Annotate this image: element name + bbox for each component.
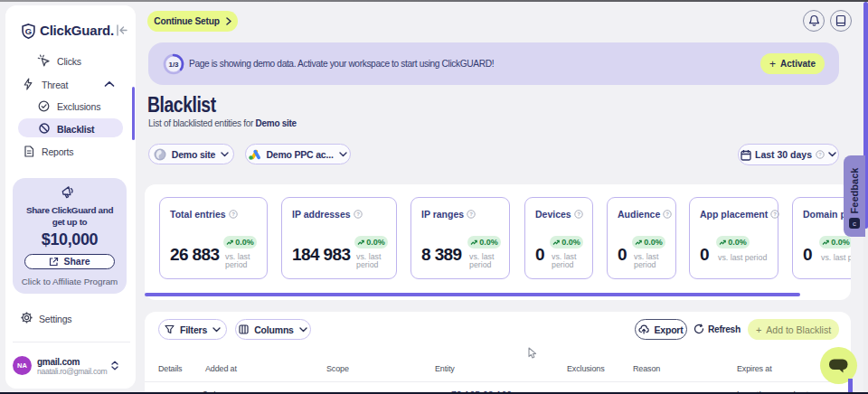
svg-text:G: G [25, 26, 32, 36]
svg-text:1/3: 1/3 [168, 61, 179, 69]
svg-text:?: ? [356, 211, 360, 217]
svg-text:?: ? [231, 211, 235, 217]
svg-text:?: ? [665, 211, 669, 217]
svg-text:?: ? [469, 211, 473, 217]
svg-text:?: ? [818, 152, 822, 157]
svg-text:?: ? [773, 211, 777, 217]
svg-text:?: ? [577, 211, 580, 217]
